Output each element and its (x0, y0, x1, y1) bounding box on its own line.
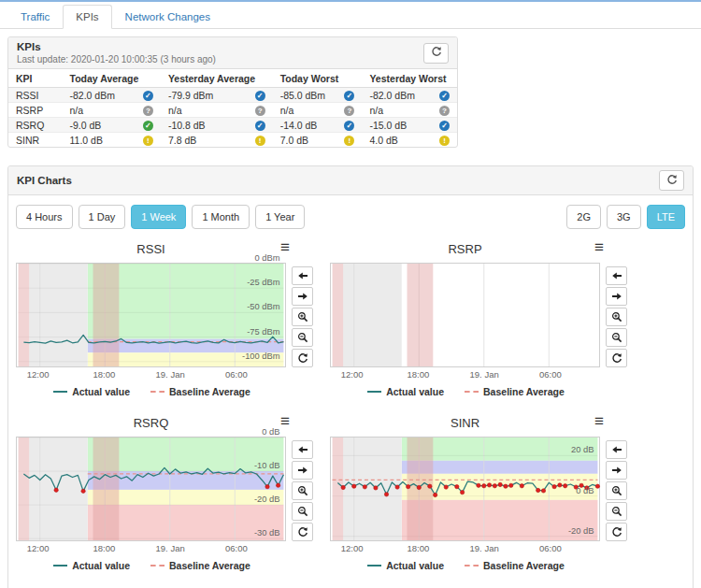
chart-title: RSSI (16, 242, 286, 256)
reset-zoom-button[interactable] (292, 349, 313, 367)
legend-label: Baseline Average (483, 386, 565, 397)
x-axis-labels: 12:0018:0019. Jan06:00 (16, 369, 288, 381)
kpi-last-update: Last update: 2020-01-20 10:00:35 (3 hour… (17, 54, 216, 65)
chart-toolbar (292, 266, 313, 367)
kpi-value: n/a (161, 103, 248, 118)
status-good-icon: ✓ (143, 91, 153, 101)
chart-menu-icon[interactable]: ≡ (280, 412, 290, 431)
kpi-value: -82.0 dBm (63, 88, 136, 103)
legend-item-baseline-average[interactable]: Baseline Average (465, 386, 565, 397)
chart-menu-icon[interactable]: ≡ (594, 238, 604, 257)
zoom-out-button[interactable] (606, 502, 627, 521)
legend-label: Baseline Average (483, 560, 565, 571)
y-axis-label: 0 dB (576, 486, 594, 495)
legend-item-actual-value[interactable]: Actual value (367, 386, 444, 397)
tab-traffic[interactable]: Traffic (7, 5, 63, 29)
zoom-in-button[interactable] (292, 481, 313, 500)
chart-rssi: RSSI≡0 dBm-25 dBm-50 dBm-75 dBm-100 dBm1… (16, 242, 314, 397)
time-range-1-year-button[interactable]: 1 Year (255, 205, 305, 229)
status-na-icon: ? (439, 106, 450, 116)
pan-left-button[interactable] (292, 266, 313, 285)
zoom-in-button[interactable] (606, 308, 627, 326)
kpi-panel: KPIs Last update: 2020-01-20 10:00:35 (3… (7, 36, 458, 148)
legend-label: Actual value (72, 386, 130, 397)
chart-plot-area[interactable]: 0 dBm-25 dBm-50 dBm-75 dBm-100 dBm (16, 263, 286, 367)
legend-label: Baseline Average (169, 386, 250, 397)
time-range-1-month-button[interactable]: 1 Month (192, 205, 250, 229)
kpi-name: SINR (8, 133, 63, 148)
chart-menu-icon[interactable]: ≡ (280, 238, 290, 257)
kpi-charts-title: KPI Charts (17, 175, 72, 186)
pan-right-button[interactable] (292, 461, 313, 480)
legend-item-actual-value[interactable]: Actual value (367, 560, 444, 571)
kpi-value: -14.0 dB (273, 118, 337, 133)
kpi-value: 4.0 dB (362, 133, 432, 148)
legend-line-icon (367, 391, 381, 393)
chart-plot-area[interactable]: 20 dB0 dB-20 dB (330, 437, 600, 541)
pan-right-button[interactable] (606, 287, 627, 306)
reset-zoom-button[interactable] (606, 523, 627, 541)
technology-group: 2G3GLTE (566, 205, 685, 229)
pan-right-button[interactable] (292, 287, 313, 306)
zoom-in-button[interactable] (606, 481, 627, 500)
x-axis-label: 19. Jan (470, 369, 499, 380)
chart-series-legend: Actual valueBaseline Average (330, 386, 602, 397)
kpi-value: 7.8 dB (161, 133, 248, 148)
legend-item-baseline-average[interactable]: Baseline Average (465, 560, 565, 571)
reset-zoom-button[interactable] (606, 349, 627, 367)
chart-title: RSRQ (16, 416, 286, 430)
time-range-1-day-button[interactable]: 1 Day (79, 205, 126, 229)
zoom-out-button[interactable] (292, 502, 313, 521)
zoom-in-button[interactable] (292, 308, 313, 326)
tab-kpis[interactable]: KPIs (63, 5, 111, 29)
x-axis-label: 06:00 (539, 543, 562, 553)
reset-zoom-button[interactable] (292, 523, 313, 541)
zoom-out-button[interactable] (292, 328, 313, 347)
x-axis-label: 12:00 (341, 543, 364, 553)
legend-line-icon (367, 565, 381, 566)
time-range-4-hours-button[interactable]: 4 Hours (16, 205, 73, 229)
tab-network-changes[interactable]: Network Changes (112, 5, 223, 29)
charts-refresh-button[interactable] (659, 170, 684, 191)
legend-item-baseline-average[interactable]: Baseline Average (150, 386, 250, 397)
pan-left-button[interactable] (606, 266, 627, 285)
kpi-name: RSSI (8, 88, 63, 103)
charts-grid: RSSI≡0 dBm-25 dBm-50 dBm-75 dBm-100 dBm1… (16, 242, 685, 571)
chart-title: SINR (330, 416, 600, 430)
x-axis-label: 06:00 (225, 369, 248, 380)
chart-plot-area[interactable] (330, 263, 600, 367)
kpi-refresh-button[interactable] (423, 43, 449, 64)
tech-lte-button[interactable]: LTE (647, 205, 685, 229)
chart-menu-icon[interactable]: ≡ (594, 412, 604, 431)
legend-label: Baseline Average (169, 560, 250, 571)
status-na-icon: ? (344, 106, 354, 116)
time-range-1-week-button[interactable]: 1 Week (131, 205, 186, 229)
y-axis-label: -20 dB (568, 526, 594, 536)
kpi-value: -10.8 dB (161, 118, 248, 133)
x-axis-label: 06:00 (539, 369, 562, 380)
legend-line-icon (53, 565, 67, 566)
status-good-icon: ✓ (344, 91, 354, 101)
kpi-value: n/a (362, 103, 432, 118)
status-good-icon: ✓ (439, 121, 450, 131)
legend-item-actual-value[interactable]: Actual value (53, 386, 130, 397)
chart-toolbar (606, 440, 627, 541)
zoom-out-button[interactable] (606, 328, 627, 347)
kpi-col-header: Yesterday Worst (362, 69, 457, 88)
pan-left-button[interactable] (292, 440, 313, 459)
legend-item-baseline-average[interactable]: Baseline Average (150, 560, 250, 571)
legend-item-actual-value[interactable]: Actual value (53, 560, 130, 571)
chart-title: RSRP (330, 242, 600, 256)
kpi-col-header: Today Average (63, 69, 161, 88)
kpi-row-rsrq: RSRQ-9.0 dB✓-10.8 dB✓-14.0 dB✓-15.0 dB✓ (8, 118, 457, 133)
chart-plot-area[interactable]: 0 dB-10 dB-20 dB-30 dB (16, 437, 286, 541)
pan-right-button[interactable] (606, 461, 627, 480)
y-axis-label: -50 dBm (247, 302, 279, 311)
tech-2g-button[interactable]: 2G (566, 205, 601, 229)
status-na-icon: ? (143, 106, 153, 116)
legend-line-icon (465, 391, 479, 393)
pan-left-button[interactable] (606, 440, 627, 459)
chart-controls-row: 4 Hours1 Day1 Week1 Month1 Year 2G3GLTE (16, 205, 685, 229)
tech-3g-button[interactable]: 3G (607, 205, 641, 229)
x-axis-label: 19. Jan (156, 369, 185, 380)
